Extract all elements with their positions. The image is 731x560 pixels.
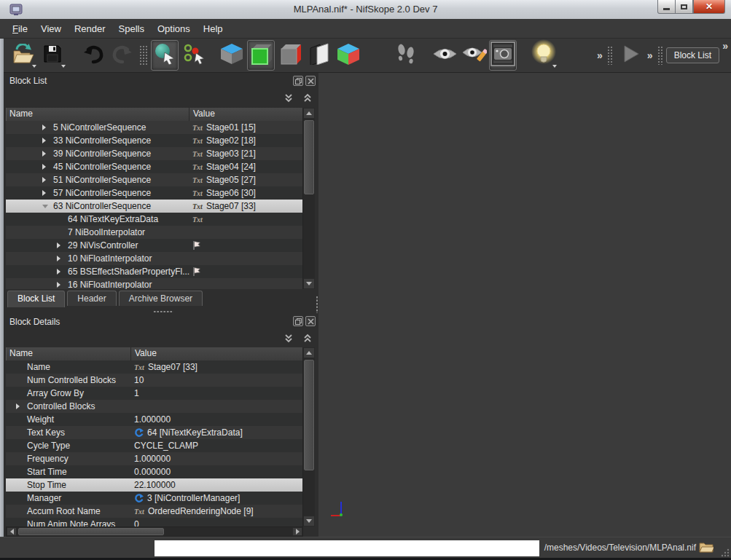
cube-blue-top-button[interactable] [218, 40, 246, 71]
block-list-row[interactable]: 7 NiBoolInterpolator [6, 226, 302, 239]
block-list-row[interactable]: 51 NiControllerSequenceTxtStage05 [27] [6, 173, 302, 186]
block-list-row[interactable]: 16 NiFloatInterpolator [6, 278, 302, 289]
footprints-button[interactable] [391, 40, 419, 71]
block-details-row[interactable]: Frequency1.000000 [6, 452, 302, 465]
toolbar-drag-handle[interactable] [607, 46, 614, 65]
scroll-left-button[interactable] [7, 527, 17, 536]
block-list-row[interactable]: 10 NiFloatInterpolator [6, 252, 302, 265]
lightbulb-button[interactable] [530, 40, 558, 71]
expander-expanded-icon[interactable] [42, 205, 53, 208]
column-header-value[interactable]: Value [131, 347, 302, 360]
block-details-row[interactable]: Manager3 [NiControllerManager] [6, 492, 302, 505]
close-panel-button[interactable] [305, 76, 316, 86]
scroll-down-button[interactable] [303, 516, 315, 527]
resize-grip[interactable] [721, 547, 730, 556]
block-list-row[interactable]: 63 NiControllerSequenceTxtStage07 [33] [6, 200, 302, 213]
block-details-row[interactable]: Text Keys64 [NiTextKeyExtraData] [6, 426, 302, 439]
block-list-row[interactable]: 64 NiTextKeyExtraDataTxt [6, 213, 302, 226]
expander-collapsed-icon[interactable] [42, 138, 53, 143]
cube-green-button[interactable] [247, 40, 275, 71]
menu-item-options[interactable]: Options [151, 21, 197, 36]
rgb-cube-button[interactable] [335, 40, 362, 71]
render-viewport[interactable] [318, 73, 731, 537]
undo-button[interactable] [79, 40, 107, 71]
collapse-all-button[interactable] [301, 332, 314, 345]
menu-item-help[interactable]: Help [197, 21, 230, 36]
maximize-button[interactable] [675, 0, 693, 14]
scroll-right-button[interactable] [292, 527, 302, 536]
float-panel-button[interactable] [293, 316, 303, 326]
block-details-row[interactable]: Num Anim Note Arrays0 [6, 518, 302, 527]
scroll-thumb[interactable] [18, 528, 164, 535]
block-details-row[interactable]: NameTxtStage07 [33] [6, 360, 302, 374]
tab-header[interactable]: Header [67, 291, 116, 306]
toolbar-drag-handle[interactable] [657, 46, 664, 65]
overflow-chevron[interactable]: » [647, 50, 653, 60]
close-panel-button[interactable] [305, 316, 316, 326]
cube-red-side-button[interactable] [276, 40, 304, 71]
expander-collapsed-icon[interactable] [16, 403, 27, 409]
block-details-row[interactable]: Controlled Blocks [6, 400, 302, 413]
titlebar[interactable]: MLPAnal.nif* - NifSkope 2.0 Dev 7 ✕ [0, 0, 731, 20]
eye-button[interactable] [431, 40, 458, 71]
select-vertex-button[interactable] [180, 40, 208, 71]
block-list-row[interactable]: 33 NiControllerSequenceTxtStage02 [18] [6, 134, 302, 147]
menu-item-file[interactable]: File [6, 21, 34, 36]
block-list-row[interactable]: 57 NiControllerSequenceTxtStage06 [30] [6, 186, 302, 200]
block-list-row[interactable]: 5 NiControllerSequenceTxtStage01 [15] [6, 121, 302, 134]
tab-archive-browser[interactable]: Archive Browser [119, 291, 203, 306]
expander-collapsed-icon[interactable] [42, 190, 53, 196]
block-details-row[interactable]: Stop Time22.100000 [6, 478, 302, 492]
tab-block-list[interactable]: Block List [7, 291, 65, 307]
scroll-up-button[interactable] [303, 347, 315, 358]
block-details-row[interactable]: Array Grow By1 [6, 387, 302, 400]
expander-collapsed-icon[interactable] [42, 151, 53, 157]
float-panel-button[interactable] [293, 76, 303, 86]
horizontal-splitter-handle[interactable] [153, 310, 173, 313]
menu-item-render[interactable]: Render [68, 21, 112, 36]
scroll-thumb[interactable] [304, 120, 314, 194]
column-header-name[interactable]: Name [6, 347, 131, 360]
menu-item-spells[interactable]: Spells [112, 21, 151, 36]
play-button[interactable] [617, 40, 644, 71]
expander-collapsed-icon[interactable] [57, 242, 68, 248]
select-object-button[interactable] [151, 40, 179, 71]
block-details-row[interactable]: Accum Root NameTxtOrderedRenderingNode [… [6, 505, 302, 518]
minimize-button[interactable] [657, 0, 676, 14]
block-details-row[interactable]: Num Controlled Blocks10 [6, 374, 302, 387]
block-details-row[interactable]: Cycle TypeCYCLE_CLAMP [6, 439, 302, 452]
scroll-up-button[interactable] [303, 108, 315, 119]
save-button[interactable] [39, 40, 66, 71]
menu-item-view[interactable]: View [34, 21, 68, 36]
collapse-all-button[interactable] [301, 92, 314, 105]
column-header-value[interactable]: Value [189, 108, 302, 121]
block-list-row[interactable]: 65 BSEffectShaderPropertyFl... [6, 265, 302, 278]
block-details-row[interactable]: Weight1.000000 [6, 413, 302, 426]
block-details-hscrollbar[interactable] [6, 527, 303, 537]
toolbar-extension-chevron[interactable]: » [722, 41, 728, 51]
open-file-button[interactable] [9, 40, 37, 71]
statusbar-blank-field[interactable] [155, 540, 539, 556]
expand-all-button[interactable] [282, 92, 295, 105]
expander-collapsed-icon[interactable] [57, 282, 68, 288]
expander-collapsed-icon[interactable] [42, 164, 53, 170]
open-folder-button[interactable] [699, 541, 714, 553]
double-sided-button[interactable] [305, 40, 333, 71]
redo-button[interactable] [109, 40, 136, 71]
block-details-vscrollbar[interactable] [302, 347, 315, 527]
scroll-thumb[interactable] [304, 360, 314, 470]
overflow-chevron[interactable]: » [597, 50, 603, 60]
close-button[interactable]: ✕ [693, 0, 725, 14]
expander-collapsed-icon[interactable] [57, 269, 68, 275]
block-details-row[interactable]: Start Time0.000000 [6, 465, 302, 478]
expander-collapsed-icon[interactable] [42, 125, 53, 130]
expand-all-button[interactable] [282, 332, 295, 345]
block-list-row[interactable]: 45 NiControllerSequenceTxtStage04 [24] [6, 160, 302, 173]
expander-collapsed-icon[interactable] [57, 256, 68, 261]
column-header-name[interactable]: Name [6, 108, 189, 121]
block-list-row[interactable]: 39 NiControllerSequenceTxtStage03 [21] [6, 147, 302, 160]
expander-collapsed-icon[interactable] [42, 177, 53, 183]
eye-edit-button[interactable] [460, 40, 488, 71]
camera-button[interactable] [489, 40, 517, 71]
block-list-vscrollbar[interactable] [302, 108, 315, 289]
